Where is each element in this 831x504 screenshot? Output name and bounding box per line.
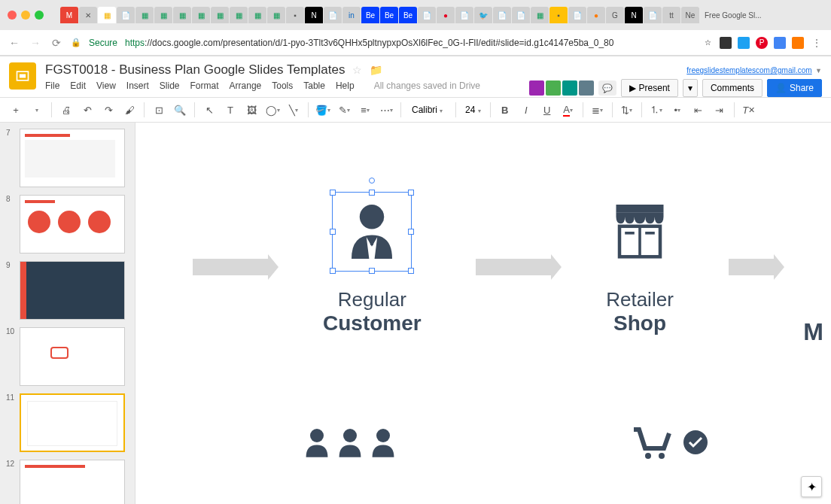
cart-check-icon[interactable] — [630, 426, 708, 459]
window-minimize-button[interactable] — [21, 11, 30, 20]
chat-icon[interactable]: 💬 — [598, 80, 616, 96]
resize-handle[interactable] — [330, 190, 336, 196]
ext-icon[interactable] — [774, 37, 786, 49]
new-slide-button[interactable]: + — [6, 100, 26, 120]
undo-button[interactable]: ↶ — [78, 100, 97, 120]
line-spacing-button[interactable]: ⇅▾ — [617, 100, 637, 120]
browser-tab[interactable]: ▦ — [135, 7, 154, 23]
browser-tab[interactable]: ▦ — [211, 7, 229, 23]
ext-icon[interactable] — [792, 37, 804, 49]
resize-handle[interactable] — [408, 190, 414, 196]
user-email[interactable]: freegslidestemplatescom@gmail.com — [686, 66, 811, 74]
print-button[interactable]: 🖨 — [56, 100, 76, 120]
menu-slide[interactable]: Slide — [160, 80, 180, 91]
resize-handle[interactable] — [330, 268, 336, 274]
browser-tab[interactable]: ● — [437, 7, 455, 23]
star-icon[interactable]: ☆ — [352, 64, 362, 76]
folder-icon[interactable]: 📁 — [370, 64, 382, 76]
redo-button[interactable]: ↷ — [99, 100, 118, 120]
clear-formatting-button[interactable]: T✕ — [739, 100, 759, 120]
browser-tab[interactable]: in — [342, 7, 361, 23]
collaborator-icon[interactable] — [579, 80, 594, 96]
collaborator-icon[interactable] — [562, 80, 577, 96]
increase-indent-button[interactable]: ⇥ — [710, 100, 729, 120]
slide-thumbnail[interactable] — [20, 460, 125, 504]
browser-tab-active[interactable]: Free Google Sl... — [700, 11, 768, 20]
italic-button[interactable]: I — [516, 100, 536, 120]
arrow-icon[interactable] — [476, 256, 551, 278]
image-tool[interactable]: 🖼 — [242, 100, 261, 120]
browser-tab[interactable]: ✕ — [79, 7, 97, 23]
browser-tab[interactable]: G — [606, 7, 624, 23]
browser-tab[interactable]: 🐦 — [474, 7, 492, 23]
line-tool[interactable]: ╲▾ — [284, 100, 303, 120]
browser-tab[interactable]: M — [60, 7, 78, 23]
select-tool[interactable]: ↖ — [199, 100, 219, 120]
slide-thumbnail[interactable] — [20, 261, 125, 320]
browser-tab[interactable]: 📄 — [117, 7, 135, 23]
textbox-tool[interactable]: T — [221, 100, 240, 120]
menu-table[interactable]: Table — [303, 80, 325, 91]
browser-tab[interactable]: Ne — [681, 7, 699, 23]
browser-tab[interactable]: ▪ — [549, 7, 568, 23]
bulleted-list-button[interactable]: •▾ — [668, 100, 687, 120]
browser-tab[interactable]: ▦ — [531, 7, 549, 23]
browser-tab[interactable]: 📄 — [493, 7, 511, 23]
comments-button[interactable]: Comments — [702, 79, 763, 97]
browser-tab[interactable]: 📄 — [644, 7, 662, 23]
slide-thumbnail[interactable] — [20, 129, 125, 187]
zoom-button[interactable]: 🔍 — [170, 100, 190, 120]
window-maximize-button[interactable] — [35, 11, 44, 20]
share-button[interactable]: 👤 Share — [767, 79, 822, 97]
flow-label-bold[interactable]: Customer — [323, 311, 422, 335]
border-weight-button[interactable]: ≡▾ — [355, 100, 375, 120]
browser-tab[interactable]: 📄 — [455, 7, 473, 23]
collaborator-icon[interactable] — [546, 80, 561, 96]
zoom-fit-button[interactable]: ⊡ — [149, 100, 169, 120]
menu-file[interactable]: File — [45, 80, 59, 91]
url-field[interactable]: https://docs.google.com/presentation/d/1… — [125, 38, 694, 48]
slides-logo-icon[interactable] — [9, 62, 36, 90]
browser-tab[interactable]: ▦ — [230, 7, 248, 23]
bold-button[interactable]: B — [495, 100, 515, 120]
border-color-button[interactable]: ✎▾ — [334, 100, 354, 120]
browser-tab[interactable]: ▦ — [98, 7, 116, 23]
pinterest-icon[interactable]: P — [756, 37, 768, 49]
present-dropdown[interactable]: ▾ — [683, 79, 698, 97]
businessman-icon[interactable] — [338, 198, 406, 266]
decrease-indent-button[interactable]: ⇤ — [689, 100, 708, 120]
ext-icon[interactable] — [720, 37, 732, 49]
border-dash-button[interactable]: ⋯▾ — [376, 100, 396, 120]
doc-title[interactable]: FGST0018 - Business Plan Google Slides T… — [45, 62, 345, 77]
font-size-input[interactable]: 24 ▾ — [461, 105, 486, 115]
resize-handle[interactable] — [330, 229, 336, 235]
rotate-handle[interactable] — [369, 178, 375, 184]
browser-tab[interactable]: Be — [361, 7, 379, 23]
slide-thumbnail[interactable] — [20, 327, 125, 386]
font-select[interactable]: Calibri ▾ — [406, 105, 451, 115]
menu-arrange[interactable]: Arrange — [230, 80, 262, 91]
resize-handle[interactable] — [408, 229, 414, 235]
browser-tab[interactable]: tt — [662, 7, 680, 23]
people-icons[interactable] — [303, 427, 397, 457]
flow-label-bold[interactable]: Shop — [606, 311, 674, 335]
browser-tab[interactable]: ▦ — [248, 7, 266, 23]
collaborator-icon[interactable] — [529, 80, 544, 96]
shop-icon[interactable] — [606, 198, 674, 266]
forward-button[interactable]: → — [29, 37, 42, 49]
browser-tab[interactable]: N — [305, 7, 323, 23]
resize-handle[interactable] — [408, 268, 414, 274]
browser-tab[interactable]: Be — [380, 7, 398, 23]
star-icon[interactable]: ☆ — [702, 37, 714, 49]
browser-tab[interactable]: ▦ — [173, 7, 191, 23]
slide-thumbnail-selected[interactable] — [20, 393, 125, 452]
window-close-button[interactable] — [8, 11, 17, 20]
text-color-button[interactable]: A▾ — [559, 100, 578, 120]
reload-button[interactable]: ⟳ — [50, 37, 63, 49]
resize-handle[interactable] — [369, 190, 375, 196]
new-slide-dropdown[interactable]: ▾ — [27, 100, 47, 120]
browser-tab[interactable]: 📄 — [512, 7, 530, 23]
browser-tab[interactable]: Be — [399, 7, 417, 23]
menu-insert[interactable]: Insert — [126, 80, 149, 91]
flow-label[interactable]: Regular — [323, 288, 422, 311]
